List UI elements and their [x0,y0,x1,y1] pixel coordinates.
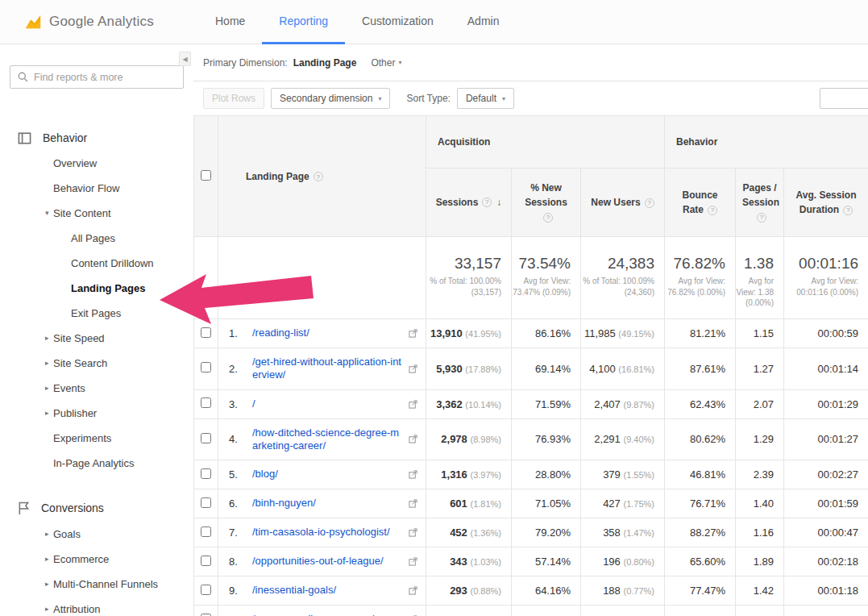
sort-type-label: Sort Type: [406,93,450,104]
sidebar-item-site-content[interactable]: ▾Site Content [0,201,193,226]
column-header-pages-session[interactable]: Pages / Session? [736,169,784,237]
section-title: Behavior [43,132,87,144]
row-checkbox[interactable] [201,614,211,616]
landing-page-link[interactable]: / [252,397,405,410]
open-in-new-icon[interactable] [405,586,421,595]
landing-page-link[interactable]: /get-hired-without-application-interview… [252,356,405,382]
sidebar-item-events[interactable]: ▸Events [0,376,193,401]
landing-page-link[interactable]: /inessential-goals/ [252,584,405,597]
plot-rows-button[interactable]: Plot Rows [203,88,264,109]
sidebar-item-overview[interactable]: Overview [0,151,193,176]
sidebar-item-multi-channel-funnels[interactable]: ▸Multi-Channel Funnels [0,572,193,597]
landing-page-link[interactable]: /binh-nguyen/ [252,497,405,510]
row-checkbox[interactable] [201,468,211,479]
google-analytics-logo[interactable]: Google Analytics [0,0,193,44]
column-header-sessions[interactable]: Sessions?↓ [426,169,512,237]
open-in-new-icon[interactable] [405,557,421,566]
column-header-new-users[interactable]: New Users? [581,169,665,237]
landing-page-link[interactable]: /conquer-online-presence/ [252,613,405,616]
primary-dimension-other[interactable]: Other▾ [371,57,401,69]
sidebar-section-behavior: BehaviorOverviewBehavior Flow▾Site Conte… [0,126,193,476]
pages-per-session-cell: 1.15 [736,319,784,348]
landing-page-link[interactable]: /blog/ [252,468,405,481]
row-checkbox[interactable] [201,585,211,595]
sidebar-collapse-button[interactable]: ◀ [179,52,191,66]
open-in-new-icon[interactable] [405,329,421,338]
table-search-input[interactable] [820,88,868,109]
sidebar-item-content-drilldown[interactable]: Content Drilldown [0,251,193,276]
summary-avg-session-duration: 00:01:16 Avg for View: 00:01:16 (0.00%) [784,237,868,319]
tab-admin[interactable]: Admin [451,0,517,44]
open-in-new-icon[interactable] [405,499,421,508]
row-number: 9. [218,585,252,597]
landing-page-link[interactable]: /opportunities-out-of-league/ [252,555,405,568]
open-in-new-icon[interactable] [405,528,421,537]
row-checkbox[interactable] [201,327,211,338]
sidebar-item-attribution[interactable]: ▸Attribution [0,597,193,616]
sidebar-section-header-conversions[interactable]: Conversions [0,495,193,522]
help-icon[interactable]: ? [708,206,717,215]
sidebar-item-publisher[interactable]: ▸Publisher [0,401,193,426]
column-header-avg-session-duration[interactable]: Avg. Session Duration? [784,169,868,237]
table-row: 7./tim-casasola-io-psychologist/452 (1.3… [194,518,868,547]
tab-reporting[interactable]: Reporting [262,0,345,44]
sidebar-item-landing-pages[interactable]: Landing Pages [0,276,193,301]
sidebar-item-label: Events [53,382,85,394]
open-in-new-icon[interactable] [405,364,421,373]
chevron-right-icon: ▸ [45,357,53,369]
open-in-new-icon[interactable] [405,400,421,409]
help-icon[interactable]: ? [645,198,654,208]
pages-per-session-cell: 1.77 [736,606,784,616]
column-header-pct-new-sessions[interactable]: % New Sessions? [512,169,581,237]
sidebar-item-exit-pages[interactable]: Exit Pages [0,301,193,326]
table-row: 8./opportunities-out-of-league/343 (1.03… [194,547,868,576]
row-checkbox[interactable] [201,556,211,566]
bounce-rate-cell: 62.43% [665,389,736,418]
duration-cell: 00:01:29 [784,389,868,418]
column-header-bounce-rate[interactable]: Bounce Rate? [665,169,736,237]
new-users-cell: 2,407 (9.87%) [581,389,665,418]
landing-page-link[interactable]: /tim-casasola-io-psychologist/ [252,526,405,539]
sidebar-item-site-search[interactable]: ▸Site Search [0,351,193,376]
sort-type-button[interactable]: Default▾ [457,88,514,109]
row-checkbox[interactable] [201,362,211,373]
sidebar-item-goals[interactable]: ▸Goals [0,522,193,547]
sidebar-item-site-speed[interactable]: ▸Site Speed [0,326,193,351]
sidebar-item-behavior-flow[interactable]: Behavior Flow [0,176,193,201]
help-icon[interactable]: ? [314,172,323,181]
row-checkbox[interactable] [201,433,211,443]
search-input[interactable] [34,72,176,83]
sidebar-item-label: In-Page Analytics [53,457,134,469]
sessions-cell: 452 (1.36%) [426,518,512,547]
column-header-landing-page[interactable]: Landing Page? [218,116,426,237]
row-checkbox-cell [194,418,218,460]
row-checkbox[interactable] [201,397,211,408]
google-analytics-app: Google Analytics HomeReportingCustomizat… [0,0,868,616]
secondary-dimension-button[interactable]: Secondary dimension▾ [271,88,390,109]
help-icon[interactable]: ? [482,198,492,207]
help-icon[interactable]: ? [757,213,766,223]
row-checkbox[interactable] [201,497,211,508]
landing-page-link[interactable]: /how-ditched-science-degree-marketing-ca… [252,427,405,453]
landing-page-link[interactable]: /reading-list/ [252,327,405,339]
sidebar-item-in-page-analytics[interactable]: In-Page Analytics [0,451,193,476]
sidebar-item-experiments[interactable]: Experiments [0,426,193,451]
help-icon[interactable]: ? [543,213,553,223]
help-icon[interactable]: ? [843,206,853,215]
tab-customization[interactable]: Customization [345,0,451,44]
new-users-cell: 4,100 (16.81%) [581,348,665,390]
open-in-new-icon[interactable] [405,435,421,443]
sidebar-item-all-pages[interactable]: All Pages [0,226,193,251]
chevron-right-icon: ▸ [45,382,53,394]
row-checkbox[interactable] [201,527,211,537]
sidebar-section-header-behavior[interactable]: Behavior [0,126,193,151]
sidebar-item-ecommerce[interactable]: ▸Ecommerce [0,547,193,572]
sidebar-search[interactable] [10,65,184,89]
sidebar: ◀ BehaviorOverviewBehavior Flow▾Site Con… [0,44,193,616]
table-row: 10./conquer-online-presence/284 (0.86%)4… [194,606,868,616]
select-all-checkbox[interactable] [201,170,211,181]
primary-dimension-selected[interactable]: Landing Page [293,57,357,69]
tab-home[interactable]: Home [198,0,262,44]
pct-new-sessions-cell: 79.20% [512,518,581,547]
open-in-new-icon[interactable] [405,470,421,479]
